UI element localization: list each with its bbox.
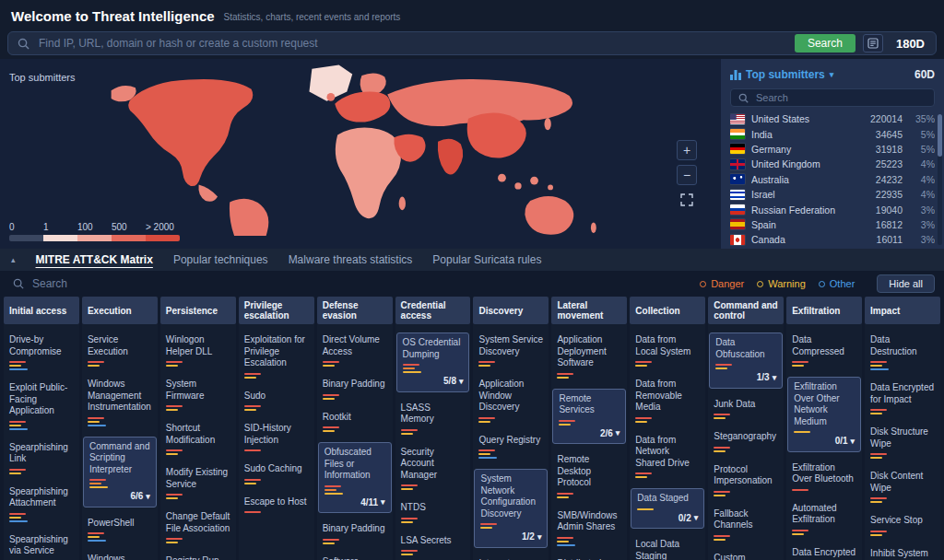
submitters-period-selector[interactable]: 60D — [914, 68, 935, 81]
hide-all-button[interactable]: Hide all — [877, 274, 935, 293]
map-region-new-zealand[interactable] — [591, 222, 596, 233]
submitter-row-india[interactable]: India346455% — [730, 126, 935, 141]
search-button[interactable]: Search — [795, 34, 856, 52]
map-region-europe[interactable] — [335, 92, 390, 122]
technique-sid-history-injection[interactable]: SID-History Injection — [239, 421, 314, 453]
map-region-east-asia[interactable] — [467, 113, 526, 158]
legend-toggle-other[interactable]: Other — [819, 278, 856, 289]
technique-exploitation-for-privilege-escalation[interactable]: Exploitation for Privilege Escalation — [239, 332, 314, 380]
technique-spearphishing-link[interactable]: Spearphishing Link — [4, 440, 79, 476]
scrollbar-thumb[interactable] — [938, 114, 942, 157]
technique-data-encrypted[interactable]: Data Encrypted — [786, 545, 862, 560]
submitters-scrollbar[interactable] — [938, 114, 942, 245]
technique-change-default-file-association[interactable]: Change Default File Association — [160, 509, 236, 545]
global-period-selector[interactable]: 180D — [891, 37, 930, 51]
technique-exploit-public-facing-application[interactable]: Exploit Public-Facing Application — [4, 380, 79, 432]
technique-application-window-discovery[interactable]: Application Window Discovery — [473, 377, 549, 425]
submitter-row-russian-federation[interactable]: Russian Federation190403% — [730, 202, 935, 216]
technique-inhibit-system-recovery[interactable]: Inhibit System Recovery — [865, 546, 940, 560]
technique-data-encrypted-for-impact[interactable]: Data Encrypted for Impact — [865, 380, 940, 416]
submitter-row-canada[interactable]: Canada160113% — [730, 232, 935, 247]
submitters-search-input[interactable] — [754, 91, 926, 104]
technique-ntds[interactable]: NTDS — [395, 500, 471, 525]
technique-windows-management-instrumentation[interactable]: Windows Management Instrumentation — [82, 377, 158, 428]
technique-sudo-caching[interactable]: Sudo Caching — [239, 461, 314, 486]
technique-system-network-configuration-discovery[interactable]: System Network Configuration Discovery1/… — [474, 469, 548, 548]
technique-spearphishing-attachment[interactable]: Spearphishing Attachment — [4, 484, 79, 524]
submitter-row-united-kingdom[interactable]: United Kingdom252234% — [730, 157, 935, 171]
technique-data-staged[interactable]: Data Staged0/2 ▾ — [631, 488, 704, 529]
technique-count-badge[interactable]: 0/2 ▾ — [637, 513, 698, 525]
tab-popular-suricata-rules[interactable]: Popular Suricata rules — [432, 253, 541, 266]
map-region-north-america[interactable] — [128, 79, 253, 186]
technique-junk-data[interactable]: Junk Data — [708, 397, 784, 422]
technique-winlogon-helper-dll[interactable]: Winlogon Helper DLL — [160, 332, 236, 368]
technique-rootkit[interactable]: Rootkit — [317, 410, 393, 435]
technique-exfiltration-over-bluetooth[interactable]: Exfiltration Over Bluetooth — [786, 461, 862, 493]
technique-binary-padding[interactable]: Binary Padding — [317, 521, 393, 546]
map-region-south-america[interactable] — [230, 199, 268, 236]
technique-data-from-network-shared-drive[interactable]: Data from Network Shared Drive — [630, 433, 705, 481]
technique-binary-padding[interactable]: Binary Padding — [317, 377, 393, 402]
technique-lsass-memory[interactable]: LSASS Memory — [395, 401, 471, 437]
zoom-in-button[interactable]: + — [677, 140, 697, 160]
world-map[interactable] — [9, 61, 712, 236]
technique-data-obfuscation[interactable]: Data Obfuscation1/3 ▾ — [709, 332, 783, 389]
technique-steganography[interactable]: Steganography — [708, 429, 784, 454]
technique-smb-windows-admin-shares[interactable]: SMB/Windows Admin Shares — [551, 508, 627, 548]
technique-software-packing[interactable]: Software Packing — [317, 554, 393, 560]
technique-command-and-scripting-interpreter[interactable]: Command and Scripting Interpreter6/6 ▾ — [83, 437, 157, 508]
technique-security-account-manager[interactable]: Security Account Manager — [395, 445, 471, 493]
map-region-se-asia[interactable] — [530, 177, 538, 185]
technique-automated-exfiltration[interactable]: Automated Exfiltration — [786, 501, 862, 537]
submitters-dropdown[interactable]: Top submitters ▾ — [730, 68, 833, 81]
submitter-row-united-states[interactable]: United States22001435% — [730, 111, 935, 126]
map-region-madagascar[interactable] — [399, 197, 406, 211]
global-search-input[interactable] — [37, 36, 787, 51]
technique-application-deployment-software[interactable]: Application Deployment Software — [551, 332, 627, 380]
technique-count-badge[interactable]: 1/3 ▾ — [715, 372, 776, 384]
technique-count-badge[interactable]: 4/11 ▾ — [324, 497, 385, 509]
map-region-central-america[interactable] — [198, 184, 218, 201]
technique-service-stop[interactable]: Service Stop — [865, 513, 940, 538]
technique-query-registry[interactable]: Query Registry — [473, 433, 549, 461]
matrix-search-input[interactable] — [30, 276, 199, 291]
technique-distributed-component-object-model[interactable]: Distributed Component Object Model — [551, 556, 627, 560]
technique-data-from-removable-media[interactable]: Data from Removable Media — [630, 377, 705, 425]
tab-mitre-att-ck-matrix[interactable]: MITRE ATT&CK Matrix — [36, 253, 153, 266]
map-region-se-asia[interactable] — [514, 182, 521, 189]
technique-direct-volume-access[interactable]: Direct Volume Access — [317, 332, 393, 368]
map-region-se-asia[interactable] — [498, 174, 506, 182]
technique-internet-connection-discovery[interactable]: Internet Connection Discovery — [473, 556, 549, 560]
technique-exfiltration-over-other-network-medium[interactable]: Exfiltration Over Other Network Medium0/… — [787, 377, 861, 452]
technique-remote-desktop-protocol[interactable]: Remote Desktop Protocol — [551, 452, 627, 500]
legend-toggle-danger[interactable]: Danger — [700, 278, 744, 289]
map-region-se-asia[interactable] — [548, 184, 553, 190]
technique-sudo[interactable]: Sudo — [239, 389, 314, 414]
technique-disk-content-wipe[interactable]: Disk Content Wipe — [865, 469, 940, 505]
custom-request-button[interactable] — [863, 34, 883, 52]
technique-drive-by-compromise[interactable]: Drive-by Compromise — [4, 332, 79, 372]
technique-remote-services[interactable]: Remote Services2/6 ▾ — [552, 389, 626, 445]
tab-malware-threats-statistics[interactable]: Malware threats statistics — [289, 253, 413, 266]
technique-count-badge[interactable]: 2/6 ▾ — [559, 428, 620, 440]
technique-count-badge[interactable]: 1/2 ▾ — [480, 531, 541, 543]
technique-data-destruction[interactable]: Data Destruction — [865, 332, 940, 372]
submitter-row-israel[interactable]: Israel229354% — [730, 187, 935, 202]
map-region-uk[interactable] — [326, 93, 335, 101]
submitter-row-spain[interactable]: Spain168123% — [730, 217, 935, 232]
technique-count-badge[interactable]: 5/8 ▾ — [403, 376, 464, 388]
fullscreen-button[interactable] — [677, 190, 697, 210]
technique-service-execution[interactable]: Service Execution — [82, 332, 158, 368]
technique-custom-cryptographic-protocol[interactable]: Custom Cryptographic Protocol — [708, 551, 784, 560]
technique-spearphishing-via-service[interactable]: Spearphishing via Service — [4, 532, 79, 560]
technique-obfuscated-files-or-information[interactable]: Obfuscated Files or Information4/11 ▾ — [318, 442, 392, 513]
technique-shortcut-modification[interactable]: Shortcut Modification — [160, 421, 236, 457]
map-region-india[interactable] — [438, 139, 463, 175]
technique-disk-structure-wipe[interactable]: Disk Structure Wipe — [865, 425, 940, 461]
technique-os-credential-dumping[interactable]: OS Credential Dumping5/8 ▾ — [396, 332, 470, 392]
technique-system-firmware[interactable]: System Firmware — [160, 377, 236, 413]
submitter-row-australia[interactable]: Australia242324% — [730, 172, 935, 187]
legend-toggle-warning[interactable]: Warning — [757, 278, 806, 289]
technique-protocol-impersonation[interactable]: Protocol Impersonation — [708, 462, 784, 498]
